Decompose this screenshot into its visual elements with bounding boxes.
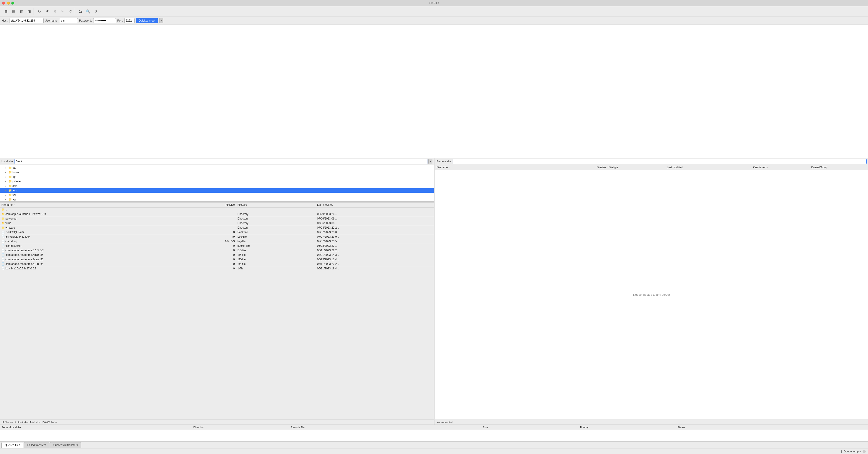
local-path-dropdown[interactable]: ▾ xyxy=(428,159,432,164)
local-file-row[interactable]: 📁com.apple.launchd.LH7dwzqGUkDirectory03… xyxy=(0,212,434,217)
file-name-cell: 📄com.adobe.reader.rna.7cea.1f5 xyxy=(0,258,157,261)
remote-not-connected-message: Not connected to any server xyxy=(435,170,868,420)
reconnect-button[interactable]: ↺ xyxy=(66,8,74,15)
local-file-row[interactable]: 📄clamd.log164,729log-file07/07/2023 23:5… xyxy=(0,239,434,244)
queue-header: Server/Local file Direction Remote file … xyxy=(0,425,868,430)
local-file-section: Filename ↑ Filesize Filetype Last modifi… xyxy=(0,202,434,424)
refresh-button[interactable]: ↻ xyxy=(36,8,43,15)
file-icon: 📄 xyxy=(1,240,5,243)
remote-col-perms[interactable]: Permissions xyxy=(751,166,810,169)
tab-successful[interactable]: Successful transfers xyxy=(50,442,81,448)
toggle-message-log-button[interactable]: ▤ xyxy=(10,8,17,15)
file-name-cell: 📄ko.414e25a6.79e27a30.1 xyxy=(0,267,157,270)
local-file-row[interactable]: 📄com.adobe.reader.rna.4c70.1f501f5-file0… xyxy=(0,253,434,257)
local-tree-item-opt[interactable]: ▸📁opt xyxy=(0,174,434,179)
file-size-cell: 164,729 xyxy=(157,240,236,243)
folder-icon: 📁 xyxy=(8,189,12,192)
local-tree-item-home[interactable]: ▸📁home xyxy=(0,170,434,174)
host-input[interactable] xyxy=(9,18,43,23)
local-file-row[interactable]: 📄.s.PGSQL.5432.lock49Lockfile07/07/2023 … xyxy=(0,235,434,239)
minimize-button[interactable] xyxy=(7,2,10,4)
toggle-local-tree-button[interactable]: ◧ xyxy=(18,8,25,15)
port-input[interactable] xyxy=(124,18,134,23)
queue-empty-area xyxy=(0,430,868,441)
queue-col-priority[interactable]: Priority xyxy=(579,426,676,429)
local-file-row[interactable]: 📁vmwareDirectory07/04/2023 22:2... xyxy=(0,226,434,230)
remote-site-label: Remote site: xyxy=(436,160,452,163)
queue-col-size[interactable]: Size xyxy=(482,426,579,429)
file-modified-cell: 05/25/2023 11:4... xyxy=(316,258,434,261)
local-col-modified[interactable]: Last modified xyxy=(316,203,434,206)
tree-item-label: usr xyxy=(12,193,16,197)
folder-icon: 📁 xyxy=(8,198,12,201)
file-name-text: virus xyxy=(5,222,11,225)
local-site-bar: Local site: ▾ xyxy=(0,158,434,165)
file-name-text: com.adobe.reader.rna.7cea.1f5 xyxy=(5,258,43,261)
file-type-cell: Directory xyxy=(236,217,316,220)
cancel-button[interactable]: ✖ xyxy=(51,8,58,15)
local-site-label: Local site: xyxy=(1,160,13,163)
remote-col-type[interactable]: Filetype xyxy=(607,166,665,169)
local-file-row[interactable]: 📁virusDirectory07/06/2023 08:... xyxy=(0,221,434,226)
local-file-row[interactable]: 📄ko.414e25a6.79e27a30.101-file05/31/2023… xyxy=(0,266,434,271)
local-tree-item-tmp[interactable]: ▾📁tmp xyxy=(0,188,434,193)
password-input[interactable] xyxy=(93,18,116,23)
local-tree-item-private[interactable]: ▸📁private xyxy=(0,179,434,184)
file-name-text: .s.PGSQL.5432.lock xyxy=(5,235,30,238)
quickconnect-button[interactable]: Quickconnect xyxy=(136,18,158,23)
file-type-cell: log-file xyxy=(236,240,316,243)
view-hidden-button[interactable]: 🗂 xyxy=(77,8,84,15)
queue-col-server[interactable]: Server/Local file xyxy=(0,426,192,429)
local-col-size[interactable]: Filesize xyxy=(157,203,236,206)
file-modified-cell: 05/23/2023 22:... xyxy=(316,244,434,248)
disconnect-button[interactable]: ✂ xyxy=(59,8,66,15)
local-col-type[interactable]: Filetype xyxy=(236,203,316,206)
local-path-input[interactable] xyxy=(14,159,427,164)
local-tree-item-sbin[interactable]: ▸📁sbin xyxy=(0,184,434,188)
password-label: Password: xyxy=(79,19,92,22)
queue-col-dir[interactable]: Direction xyxy=(192,426,289,429)
binoculars-button[interactable]: ⚲ xyxy=(92,8,99,15)
close-button[interactable] xyxy=(2,2,5,4)
tab-failed[interactable]: Failed transfers xyxy=(24,442,50,448)
local-tree-item-var[interactable]: ▸📁var xyxy=(0,197,434,201)
tree-item-label: etc xyxy=(12,166,16,169)
local-file-row[interactable]: 📁powerlogDirectory07/06/2023 09:... xyxy=(0,217,434,221)
queue-col-remote[interactable]: Remote file xyxy=(289,426,481,429)
file-size-cell: 0 xyxy=(157,231,236,234)
remote-col-size[interactable]: Filesize xyxy=(549,166,607,169)
local-status: 11 files and 4 directories. Total size: … xyxy=(0,420,434,424)
toggle-remote-tree-button[interactable]: ◨ xyxy=(25,8,33,15)
queue-col-status[interactable]: Status xyxy=(676,426,868,429)
local-file-row[interactable]: 📄clamd.socket0socket-file05/23/2023 22:.… xyxy=(0,244,434,248)
file-name-cell: 📁com.apple.launchd.LH7dwzqGUk xyxy=(0,213,157,216)
local-tree-item-etc[interactable]: ▸📁etc xyxy=(0,166,434,170)
file-name-text: com.adobe.reader.rna.0.1f5.DC xyxy=(5,249,43,252)
filter-button[interactable]: ⧩ xyxy=(43,8,51,15)
maximize-button[interactable] xyxy=(11,2,14,4)
local-file-row[interactable]: 📄.s.PGSQL.543205432-file07/07/2023 23:0.… xyxy=(0,230,434,235)
local-file-row[interactable]: 📄com.adobe.reader.rna.c798.1f501f5-file0… xyxy=(0,262,434,266)
local-tree[interactable]: ▸📁etc▸📁home▸📁opt▸📁private▸📁sbin▾📁tmp▸📁us… xyxy=(0,165,434,201)
site-manager-button[interactable]: ⊞ xyxy=(2,8,9,15)
find-button[interactable]: 🔍 xyxy=(84,8,92,15)
remote-col-owner[interactable]: Owner/Group xyxy=(810,166,868,169)
file-modified-cell: 07/07/2023 23:5... xyxy=(316,240,434,243)
local-file-row[interactable]: 📄com.adobe.reader.rna.0.1f5.DC0DC-file06… xyxy=(0,248,434,253)
username-input[interactable] xyxy=(60,18,78,23)
local-file-row[interactable]: 📁.. xyxy=(0,207,434,212)
file-name-text: .. xyxy=(5,208,7,211)
remote-col-modified[interactable]: Last modified xyxy=(665,166,751,169)
remote-path-input[interactable] xyxy=(453,159,867,164)
file-icon: 📄 xyxy=(1,253,5,257)
remote-col-name[interactable]: Filename ↑ xyxy=(435,166,549,169)
titlebar: FileZilla xyxy=(0,0,868,6)
local-file-row[interactable]: 📄com.adobe.reader.rna.7cea.1f501f5-file0… xyxy=(0,257,434,262)
tab-queued[interactable]: Queued files xyxy=(1,442,23,448)
local-col-name[interactable]: Filename ↑ xyxy=(0,203,157,206)
connection-indicator xyxy=(863,450,866,453)
local-tree-item-usr[interactable]: ▸📁usr xyxy=(0,193,434,197)
quickconnect-dropdown[interactable]: ▾ xyxy=(159,18,163,23)
file-icon: 📄 xyxy=(1,262,5,265)
file-size-cell: 0 xyxy=(157,267,236,270)
